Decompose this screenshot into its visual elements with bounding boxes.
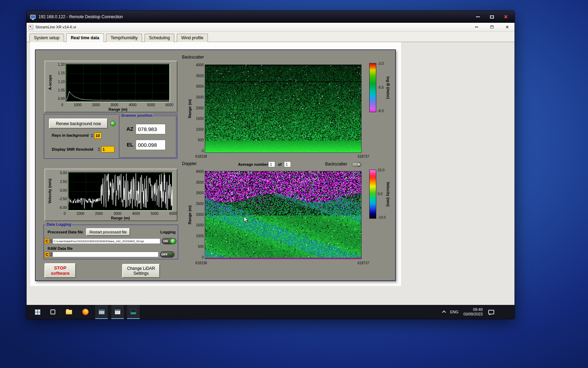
processed-path-field[interactable]: C:\Lidar\Data\Proc\2023\202309\20230903\… (52, 238, 160, 244)
rays-in-background-field[interactable]: 10 (94, 132, 102, 139)
tab-strip: System setup Real time data Temp/humidit… (27, 32, 514, 42)
tab-scheduling[interactable]: Scheduling (145, 34, 174, 42)
spin-up-icon (50, 252, 52, 254)
tick-label: 5.00 (60, 171, 67, 175)
notification-center-button[interactable] (487, 305, 495, 319)
remote-screen: StreamLine XR v14-6.vi × System setup Re… (27, 23, 514, 319)
scan-scheduler-button[interactable] (111, 305, 124, 319)
tick-label: 5000 (147, 103, 155, 107)
el-value-field: 000.098 (135, 139, 166, 150)
processed-drive-selector[interactable]: C (44, 238, 49, 244)
a-scope-plot-frame (65, 63, 170, 102)
language-indicator[interactable]: ENG (450, 305, 458, 319)
start-button[interactable] (31, 305, 44, 319)
chevron-up-icon (442, 311, 446, 314)
tick-label: 618737 (358, 155, 369, 158)
rdp-titlebar[interactable]: 192.168.0.122 - Remote Desktop Connectio… (27, 11, 514, 23)
tick-label: 500 (198, 245, 204, 248)
a-scope-group: 1.201.151.101.050.99 A-scope 01000200030… (44, 61, 177, 113)
remote-desktop-icon (30, 15, 36, 19)
snr-spinner[interactable] (97, 146, 100, 152)
tick-label: 618238 (195, 261, 207, 265)
raw-data-file-label: RAW Data file (48, 246, 73, 251)
tick-label: 1500 (196, 223, 204, 227)
scanner-position-title: Scanner position (120, 113, 153, 117)
processed-path-spinner[interactable] (49, 238, 52, 244)
raw-drive-selector[interactable]: C (44, 252, 49, 257)
tick-label: 2000 (196, 106, 204, 110)
file-explorer-button[interactable] (63, 305, 75, 319)
rdp-minimize-button[interactable] (472, 13, 483, 21)
doppler-plot-frame (205, 171, 362, 259)
backscatter-y-ticks: 40003500300025002000150010005000 (192, 63, 204, 153)
stop-software-button[interactable]: STOP software (44, 263, 76, 278)
tick-label: -8.0 (378, 109, 384, 113)
tray-expand-button[interactable] (441, 305, 448, 319)
app-close-button[interactable]: × (502, 24, 512, 30)
tab-real-time-data[interactable]: Real time data (66, 33, 104, 43)
doppler-colorbar (369, 170, 376, 219)
tick-label: 3000 (196, 84, 204, 88)
tick-label: 6000 (166, 103, 173, 107)
processed-data-file-label: Processed Data file (48, 230, 83, 234)
renew-background-button[interactable]: Renew background now (49, 118, 108, 129)
a-scope-y-axis-label: A-scope (48, 75, 52, 90)
tick-label: 2500 (196, 202, 204, 206)
velocity-plot-frame (68, 172, 173, 211)
backscatter-display-toggle[interactable] (352, 162, 362, 167)
rdp-maximize-button[interactable] (486, 13, 497, 21)
windows-logo-icon (35, 309, 40, 315)
close-icon: × (506, 25, 509, 29)
clock[interactable]: 09:40 03/09/2023 (462, 305, 483, 319)
slider-knob (357, 163, 361, 166)
tick-label: 1500 (196, 117, 204, 121)
logging-off-led (169, 252, 173, 257)
snr-threshold-field[interactable]: 1 (101, 146, 114, 152)
folder-icon (66, 310, 72, 314)
app-restore-button[interactable] (486, 24, 497, 30)
firefox-button[interactable] (79, 305, 92, 319)
stop-button-line1: STOP (54, 265, 66, 271)
az-value-field: 078.983 (135, 124, 166, 134)
tab-system-setup[interactable]: System setup (29, 34, 64, 42)
backscatter-x-ticks: 618238618737 (195, 155, 369, 158)
processed-logging-switch[interactable]: ON (162, 238, 176, 244)
rays-spinner[interactable] (90, 132, 93, 139)
average-total-field[interactable]: 1 (284, 161, 291, 167)
app-titlebar[interactable]: StreamLine XR v14-6.vi × (27, 23, 514, 32)
raw-path-spinner[interactable] (49, 251, 52, 258)
tick-label: 1.20 (58, 63, 65, 67)
doppler-plot-title: Doppler (182, 161, 197, 166)
average-number-field[interactable]: 1 (268, 161, 275, 167)
console-window-icon (131, 309, 136, 314)
backscatter-plot-title: Backscatter (182, 55, 204, 60)
task-view-button[interactable] (47, 305, 59, 319)
tab-temp-humidity[interactable]: Temp/humidity (106, 34, 142, 42)
app-minimize-button[interactable] (471, 24, 482, 30)
change-lidar-settings-button[interactable]: Change LiDAR Settings (122, 264, 160, 278)
active-app-button[interactable] (95, 305, 108, 319)
comment-icon (488, 310, 494, 314)
console-app-button[interactable] (127, 305, 140, 319)
tab-wind-profile[interactable]: Wind profile (177, 34, 208, 42)
backscatter-plot-frame (205, 64, 362, 153)
tick-label: 0 (61, 103, 63, 107)
language-label: ENG (450, 310, 458, 314)
average-number-label: Average number (238, 162, 268, 166)
snr-threshold-label: Display SNR threshold (52, 147, 93, 151)
spin-up-icon (98, 147, 100, 149)
rdp-title: 192.168.0.122 - Remote Desktop Connectio… (38, 14, 123, 19)
doppler-heatmap (205, 171, 361, 259)
tick-label: 500 (198, 138, 204, 142)
minimize-icon (476, 16, 480, 17)
restart-processed-file-button[interactable]: Restart processed file (86, 228, 130, 236)
spin-down-icon (91, 136, 93, 138)
tick-label: 3000 (114, 212, 121, 216)
raw-path-field[interactable] (52, 252, 159, 257)
rdp-close-button[interactable]: × (500, 13, 511, 21)
tick-label: 1000 (74, 103, 82, 107)
tick-label: 2.50 (60, 180, 67, 184)
restore-icon (490, 26, 493, 28)
raw-logging-switch[interactable]: OFF (160, 251, 175, 258)
spin-up-icon (50, 239, 52, 241)
